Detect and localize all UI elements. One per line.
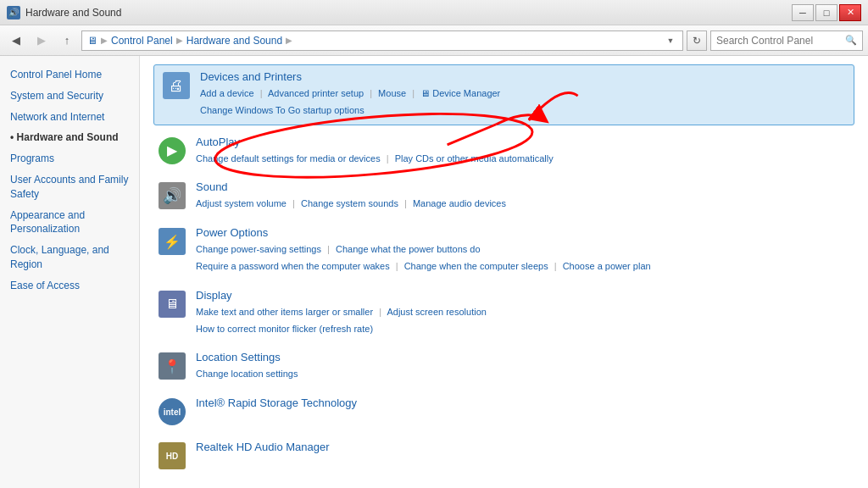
sep3: ▶ [286, 36, 292, 45]
power-options-links: Change power-saving settings | Change wh… [196, 241, 851, 275]
display-links: Make text and other items larger or smal… [196, 304, 851, 338]
display-icon: 🖥 [157, 289, 187, 319]
add-device-link[interactable]: Add a device [200, 88, 254, 98]
address-bar: 🖥 ▶ Control Panel ▶ Hardware and Sound ▶… [81, 30, 683, 51]
sidebar-item-hardware-sound: Hardware and Sound [0, 127, 139, 148]
sidebar-item-control-panel-home[interactable]: Control Panel Home [0, 64, 139, 86]
text-size-link[interactable]: Make text and other items larger or smal… [196, 307, 373, 317]
advanced-printer-setup-link[interactable]: Advanced printer setup [268, 88, 364, 98]
sound-content: Sound Adjust system volume | Change syst… [196, 180, 851, 213]
realtek-audio-title[interactable]: Realtek HD Audio Manager [196, 441, 851, 453]
sidebar: Control Panel Home System and Security N… [0, 56, 140, 488]
display-content: Display Make text and other items larger… [196, 289, 851, 338]
power-plan-link[interactable]: Choose a power plan [563, 261, 651, 271]
section-power-options: ⚡ Power Options Change power-saving sett… [153, 219, 854, 282]
sidebar-item-appearance[interactable]: Appearance and Personalization [0, 205, 139, 241]
autoplay-icon: ▶ [157, 136, 187, 166]
password-wakeup-link[interactable]: Require a password when the computer wak… [196, 261, 390, 271]
location-settings-title[interactable]: Location Settings [196, 351, 851, 363]
power-options-content: Power Options Change power-saving settin… [196, 226, 851, 275]
devices-printers-links: Add a device | Advanced printer setup | … [200, 86, 847, 119]
section-devices-printers: 🖨 Devices and Printers Add a device | Ad… [153, 64, 854, 125]
intel-rst-content: Intel® Rapid Storage Technology [196, 396, 851, 412]
content-wrapper: 🖨 Devices and Printers Add a device | Ad… [153, 64, 854, 478]
minimize-button[interactable]: ─ [792, 4, 814, 21]
up-button[interactable]: ↑ [56, 30, 78, 51]
display-title[interactable]: Display [196, 289, 851, 302]
device-manager-icon-small: 🖥 [420, 88, 430, 98]
windows-to-go-link[interactable]: Change Windows To Go startup options [200, 105, 364, 115]
devices-printers-content: Devices and Printers Add a device | Adva… [200, 70, 847, 119]
section-sound: 🔊 Sound Adjust system volume | Change sy… [153, 174, 854, 219]
section-realtek-audio: HD Realtek HD Audio Manager [153, 434, 854, 478]
realtek-audio-icon: HD [157, 441, 187, 471]
sidebar-item-ease-access[interactable]: Ease of Access [0, 275, 139, 297]
mouse-link[interactable]: Mouse [378, 88, 406, 98]
section-location-settings: 📍 Location Settings Change location sett… [153, 344, 854, 390]
devices-printers-title[interactable]: Devices and Printers [200, 70, 847, 83]
devices-printers-icon: 🖨 [161, 70, 192, 101]
autoplay-content: AutoPlay Change default settings for med… [196, 136, 851, 168]
location-settings-links: Change location settings [196, 366, 851, 383]
sound-links: Adjust system volume | Change system sou… [196, 196, 851, 213]
sidebar-item-user-accounts[interactable]: User Accounts and Family Safety [0, 169, 139, 205]
realtek-audio-content: Realtek HD Audio Manager [196, 441, 851, 456]
sidebar-item-network-internet[interactable]: Network and Internet [0, 107, 139, 128]
location-settings-icon: 📍 [157, 351, 187, 381]
window-controls: ─ □ ✕ [792, 4, 861, 21]
device-manager-link[interactable]: Device Manager [432, 88, 500, 98]
monitor-flicker-link[interactable]: How to correct monitor flicker (refresh … [196, 324, 373, 334]
autoplay-defaults-link[interactable]: Change default settings for media or dev… [196, 153, 381, 164]
refresh-button[interactable]: ↻ [687, 30, 707, 51]
main-layout: Control Panel Home System and Security N… [0, 56, 868, 488]
window-title: Hardware and Sound [25, 7, 121, 19]
change-location-link[interactable]: Change location settings [196, 369, 298, 379]
adjust-volume-link[interactable]: Adjust system volume [196, 198, 287, 208]
close-button[interactable]: ✕ [839, 4, 861, 21]
sep-1: | [260, 88, 263, 98]
sleep-link[interactable]: Change when the computer sleeps [404, 261, 548, 271]
manage-audio-link[interactable]: Manage audio devices [413, 198, 506, 208]
power-options-icon: ⚡ [157, 226, 187, 257]
address-dropdown-arrow[interactable]: ▼ [664, 31, 677, 50]
window-icon: 🔊 [7, 6, 20, 19]
screen-resolution-link[interactable]: Adjust screen resolution [387, 307, 486, 317]
window: 🔊 Hardware and Sound ─ □ ✕ ◀ ▶ ↑ 🖥 ▶ Con… [0, 0, 868, 488]
search-icon: 🔍 [845, 35, 857, 46]
location-settings-content: Location Settings Change location settin… [196, 351, 851, 383]
change-sounds-link[interactable]: Change system sounds [301, 198, 398, 208]
power-buttons-link[interactable]: Change what the power buttons do [336, 244, 481, 254]
sidebar-item-system-security[interactable]: System and Security [0, 86, 139, 107]
sound-icon: 🔊 [157, 180, 187, 211]
power-saving-link[interactable]: Change power-saving settings [196, 244, 321, 254]
title-bar: 🔊 Hardware and Sound ─ □ ✕ [0, 0, 868, 25]
section-display: 🖥 Display Make text and other items larg… [153, 282, 854, 345]
sidebar-item-clock-language[interactable]: Clock, Language, and Region [0, 240, 139, 275]
sound-title[interactable]: Sound [196, 180, 851, 193]
autoplay-title[interactable]: AutoPlay [196, 136, 851, 148]
content-area: 🖨 Devices and Printers Add a device | Ad… [140, 56, 868, 488]
sidebar-item-programs[interactable]: Programs [0, 148, 139, 169]
maximize-button[interactable]: □ [815, 4, 837, 21]
search-input[interactable] [716, 35, 842, 47]
sep-3: | [412, 88, 415, 98]
search-box: 🔍 [710, 30, 863, 51]
sep2: ▶ [176, 36, 183, 45]
intel-rst-title[interactable]: Intel® Rapid Storage Technology [196, 396, 851, 409]
intel-rst-icon: intel [157, 396, 187, 427]
breadcrumb-hardware-sound[interactable]: Hardware and Sound [186, 35, 282, 47]
autoplay-links: Change default settings for media or dev… [196, 151, 851, 168]
back-button[interactable]: ◀ [5, 30, 27, 51]
sep1: ▶ [101, 36, 108, 45]
section-intel-rst: intel Intel® Rapid Storage Technology [153, 390, 854, 434]
nav-bar: ◀ ▶ ↑ 🖥 ▶ Control Panel ▶ Hardware and S… [0, 25, 868, 56]
breadcrumb-icon: 🖥 [87, 35, 97, 47]
breadcrumb-control-panel[interactable]: Control Panel [111, 35, 173, 47]
sep-2: | [370, 88, 372, 98]
section-autoplay: ▶ AutoPlay Change default settings for m… [153, 129, 854, 175]
forward-button[interactable]: ▶ [31, 30, 53, 51]
power-options-title[interactable]: Power Options [196, 226, 851, 239]
autoplay-cds-link[interactable]: Play CDs or other media automatically [395, 153, 554, 164]
